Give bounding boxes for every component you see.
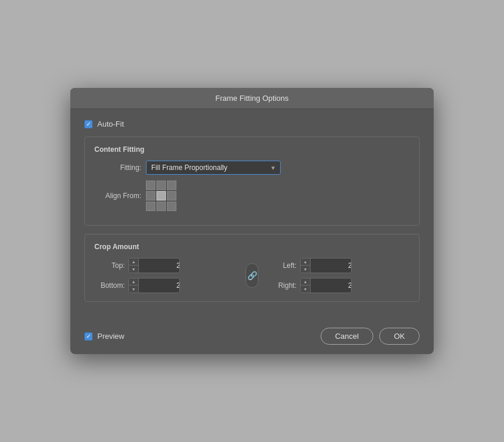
- right-increment-button[interactable]: ▲: [301, 278, 310, 285]
- top-decrement-button[interactable]: ▼: [129, 266, 138, 273]
- crop-amount-title: Crop Amount: [94, 243, 410, 251]
- crop-right-col: Left: ▲ ▼ Right: ▲: [266, 258, 410, 293]
- dialog-title-bar: Frame Fitting Options: [70, 88, 434, 109]
- left-spinner: ▲ ▼: [300, 258, 352, 273]
- left-increment-button[interactable]: ▲: [301, 259, 310, 266]
- right-spinner: ▲ ▼: [300, 278, 352, 293]
- right-decrement-button[interactable]: ▼: [301, 285, 310, 293]
- right-label: Right:: [266, 281, 297, 290]
- right-crop-row: Right: ▲ ▼: [266, 278, 410, 293]
- link-icon-wrapper: 🔗: [244, 263, 260, 288]
- top-crop-row: Top: ▲ ▼: [94, 258, 238, 273]
- footer-buttons: Cancel OK: [321, 328, 420, 345]
- bottom-input[interactable]: [139, 280, 180, 291]
- left-decrement-button[interactable]: ▼: [301, 266, 310, 273]
- bottom-spinner: ▲ ▼: [128, 278, 180, 293]
- top-increment-button[interactable]: ▲: [129, 259, 138, 266]
- cancel-button[interactable]: Cancel: [321, 328, 373, 345]
- preview-checkmark: ✓: [86, 334, 91, 339]
- content-fitting-section: Content Fitting Fitting: Fill Frame Prop…: [84, 137, 420, 226]
- crop-grid: Top: ▲ ▼ Bottom: ▲: [94, 258, 410, 293]
- align-cell-2-0[interactable]: [146, 202, 155, 211]
- left-input[interactable]: [311, 260, 352, 271]
- link-proportions-button[interactable]: 🔗: [246, 263, 258, 288]
- left-spinner-buttons: ▲ ▼: [301, 259, 311, 273]
- align-cell-0-1[interactable]: [156, 181, 166, 190]
- auto-fit-label: Auto-Fit: [97, 120, 124, 128]
- bottom-label: Bottom:: [94, 281, 125, 290]
- link-icon: 🔗: [247, 271, 257, 280]
- ok-button[interactable]: OK: [379, 328, 420, 345]
- align-grid: [146, 181, 176, 211]
- preview-checkbox[interactable]: ✓: [84, 332, 93, 341]
- bottom-increment-button[interactable]: ▲: [129, 278, 138, 285]
- dialog-title: Frame Fitting Options: [216, 94, 289, 103]
- top-input[interactable]: [139, 260, 180, 271]
- right-spinner-buttons: ▲ ▼: [301, 278, 311, 293]
- content-fitting-title: Content Fitting: [94, 145, 410, 154]
- auto-fit-row: ✓ Auto-Fit: [84, 120, 420, 128]
- bottom-spinner-buttons: ▲ ▼: [129, 278, 139, 293]
- fitting-select-wrapper: Fill Frame Proportionally Fit Content Pr…: [146, 161, 281, 175]
- fitting-select[interactable]: Fill Frame Proportionally Fit Content Pr…: [146, 161, 281, 175]
- align-cell-0-2[interactable]: [167, 181, 176, 190]
- top-spinner-buttons: ▲ ▼: [129, 259, 139, 273]
- dialog-body: ✓ Auto-Fit Content Fitting Fitting: Fill…: [70, 109, 434, 322]
- auto-fit-checkbox[interactable]: ✓: [84, 120, 93, 128]
- align-cell-1-0[interactable]: [146, 191, 155, 200]
- align-cell-1-2[interactable]: [167, 191, 176, 200]
- right-input[interactable]: [311, 280, 352, 291]
- crop-left-col: Top: ▲ ▼ Bottom: ▲: [94, 258, 238, 293]
- fitting-label: Fitting:: [94, 164, 141, 172]
- align-from-row: Align From:: [94, 181, 410, 211]
- fitting-row: Fitting: Fill Frame Proportionally Fit C…: [94, 161, 410, 175]
- align-cell-2-2[interactable]: [167, 202, 176, 211]
- top-label: Top:: [94, 261, 125, 270]
- preview-row: ✓ Preview: [84, 332, 124, 341]
- align-cell-1-1[interactable]: [156, 191, 166, 200]
- auto-fit-checkmark: ✓: [86, 121, 91, 127]
- frame-fitting-options-dialog: Frame Fitting Options ✓ Auto-Fit Content…: [70, 88, 434, 354]
- left-label: Left:: [266, 261, 297, 270]
- align-cell-2-1[interactable]: [156, 202, 166, 211]
- crop-amount-section: Crop Amount Top: ▲ ▼: [84, 234, 420, 302]
- align-cell-0-0[interactable]: [146, 181, 155, 190]
- bottom-crop-row: Bottom: ▲ ▼: [94, 278, 238, 293]
- align-from-label: Align From:: [94, 192, 141, 200]
- dialog-footer: ✓ Preview Cancel OK: [70, 322, 434, 354]
- left-crop-row: Left: ▲ ▼: [266, 258, 410, 273]
- preview-label: Preview: [97, 332, 124, 341]
- top-spinner: ▲ ▼: [128, 258, 180, 273]
- bottom-decrement-button[interactable]: ▼: [129, 285, 138, 293]
